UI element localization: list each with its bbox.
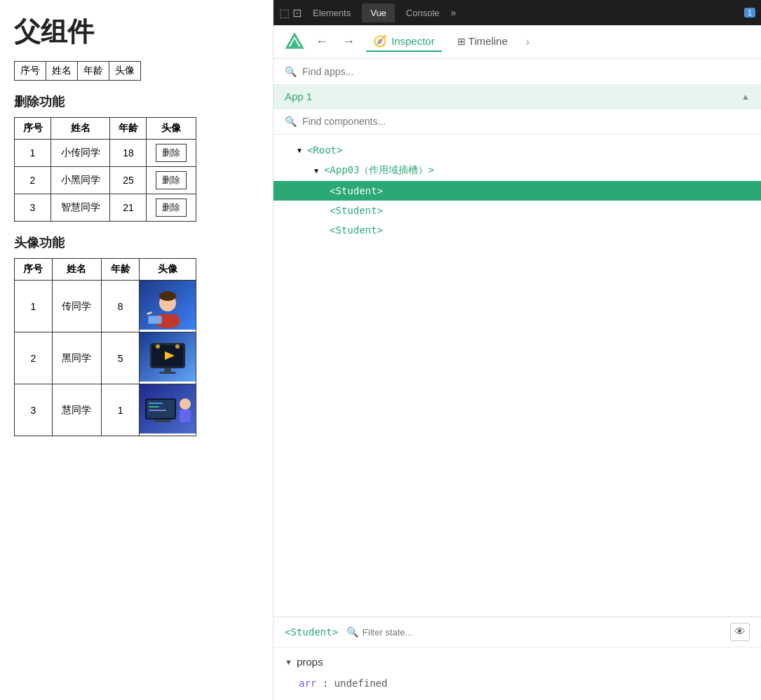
svg-point-25 xyxy=(180,398,191,410)
app-row[interactable]: App 1 ▲ xyxy=(274,85,761,109)
left-panel: 父组件 序号 姓名 年龄 头像 删除功能 序号 姓名 年龄 头像 1 小传同学 … xyxy=(0,0,274,700)
col-header-name: 姓名 xyxy=(46,62,78,80)
avatar-col-name: 姓名 xyxy=(52,259,101,281)
prop-key-arr: arr xyxy=(299,678,316,689)
tree-item-student-1[interactable]: <Student> xyxy=(274,181,761,201)
right-panel: ⬚ ⊡ Elements Vue Console » 1 ← → 🧭 Inspe… xyxy=(274,0,761,700)
tree-item-student-2[interactable]: <Student> xyxy=(274,201,761,220)
cell-action[interactable]: 删除 xyxy=(147,167,196,194)
tab-console[interactable]: Console xyxy=(398,4,448,22)
table-row: 1 小传同学 18 删除 xyxy=(15,140,196,167)
cell-name: 黑同学 xyxy=(52,332,101,384)
cell-name: 慧同学 xyxy=(52,384,101,436)
cell-action[interactable]: 删除 xyxy=(147,194,196,222)
cell-name: 小传同学 xyxy=(51,140,110,167)
timeline-icon: ⊞ xyxy=(457,36,466,47)
vue-header: ← → 🧭 Inspector ⊞ Timeline › xyxy=(274,25,761,59)
tree-item-root[interactable]: ▼ <Root> xyxy=(274,140,761,160)
delete-col-age: 年龄 xyxy=(110,118,147,140)
tab-timeline[interactable]: ⊞ Timeline xyxy=(450,32,515,51)
cell-age: 1 xyxy=(102,384,140,436)
cell-action[interactable]: 删除 xyxy=(147,140,196,167)
bottom-panel: <Student> 🔍 👁 ▼ props arr : undefined xyxy=(274,617,761,700)
root-tag: <Root> xyxy=(307,144,343,156)
avatar-col-avatar: 头像 xyxy=(140,259,196,281)
col-header-avatar: 头像 xyxy=(109,62,140,80)
avatar-col-id: 序号 xyxy=(15,259,53,281)
tab-inspector[interactable]: 🧭 Inspector xyxy=(366,32,442,52)
props-label: props xyxy=(297,656,323,668)
cell-age: 25 xyxy=(110,167,147,194)
timeline-label: Timeline xyxy=(469,35,508,47)
forward-arrow[interactable]: → xyxy=(339,33,358,51)
selected-component-label: <Student> xyxy=(285,626,338,638)
filter-state-bar: 🔍 xyxy=(346,626,722,638)
svg-point-13 xyxy=(156,344,160,349)
delete-button[interactable]: 删除 xyxy=(156,198,187,217)
app-arrow-icon: ▲ xyxy=(741,92,750,102)
tab-vue[interactable]: Vue xyxy=(362,4,395,22)
avatar-col-age: 年龄 xyxy=(102,259,140,281)
cell-age: 8 xyxy=(102,281,140,332)
avatar-table: 序号 姓名 年龄 头像 1 传同学 8 xyxy=(14,258,196,436)
cursor-icon: ⬚ xyxy=(279,6,290,20)
page-title: 父组件 xyxy=(14,14,259,50)
tab-elements[interactable]: Elements xyxy=(304,4,359,22)
cell-avatar xyxy=(140,281,196,332)
svg-rect-22 xyxy=(149,403,163,404)
cell-avatar xyxy=(140,384,196,436)
props-collapse-arrow[interactable]: ▼ xyxy=(285,658,292,666)
cell-id: 2 xyxy=(15,332,53,384)
avatar-section-title: 头像功能 xyxy=(14,234,259,251)
delete-col-avatar: 头像 xyxy=(147,118,196,140)
bottom-header: <Student> 🔍 👁 xyxy=(274,617,761,647)
props-section: ▼ props arr : undefined xyxy=(274,647,761,700)
cell-age: 18 xyxy=(110,140,147,167)
delete-col-name: 姓名 xyxy=(51,118,110,140)
cell-id: 2 xyxy=(15,167,51,194)
app03-tag: <App03（作用域插槽）> xyxy=(324,164,434,177)
vue-inspector-content: ← → 🧭 Inspector ⊞ Timeline › 🔍 App 1 ▲ xyxy=(274,25,761,700)
filter-search-icon: 🔍 xyxy=(346,626,358,638)
tree-item-app03[interactable]: ▼ <App03（作用域插槽）> xyxy=(274,160,761,181)
find-components-input[interactable] xyxy=(302,116,750,127)
back-arrow[interactable]: ← xyxy=(313,33,331,51)
table-row: 2 小黑同学 25 删除 xyxy=(15,167,196,194)
col-header-age: 年龄 xyxy=(78,62,109,80)
find-apps-input[interactable] xyxy=(302,66,750,77)
compass-icon: 🧭 xyxy=(373,34,387,48)
col-header-id: 序号 xyxy=(15,62,46,80)
find-components-search-icon: 🔍 xyxy=(285,116,297,127)
find-apps-bar: 🔍 xyxy=(274,59,761,85)
cell-id: 3 xyxy=(15,384,53,436)
find-apps-search-icon: 🔍 xyxy=(285,66,297,77)
prop-row-arr: arr : undefined xyxy=(285,675,750,692)
svg-rect-17 xyxy=(159,372,176,374)
cell-id: 3 xyxy=(15,194,51,222)
eye-icon[interactable]: 👁 xyxy=(730,623,750,641)
cell-age: 21 xyxy=(110,194,147,222)
root-arrow: ▼ xyxy=(296,147,303,154)
filter-state-input[interactable] xyxy=(363,627,722,638)
tree-item-student-3[interactable]: <Student> xyxy=(274,220,761,240)
delete-button[interactable]: 删除 xyxy=(156,171,187,189)
copy-icon: ⊡ xyxy=(292,6,302,20)
more-icon: » xyxy=(451,7,457,18)
student-2-tag: <Student> xyxy=(330,205,383,216)
prop-colon: : xyxy=(323,678,335,689)
svg-point-5 xyxy=(159,291,176,301)
prop-value-arr: undefined xyxy=(335,678,388,689)
cell-name: 传同学 xyxy=(52,281,101,332)
component-tree: ▼ <Root> ▼ <App03（作用域插槽）> <Student> <Stu… xyxy=(274,135,761,617)
svg-rect-21 xyxy=(147,400,175,418)
delete-button[interactable]: 删除 xyxy=(156,144,187,162)
app-label: App 1 xyxy=(285,90,312,102)
student-3-tag: <Student> xyxy=(330,224,383,236)
svg-rect-26 xyxy=(180,410,191,422)
svg-rect-8 xyxy=(149,316,161,323)
cell-id: 1 xyxy=(15,140,51,167)
props-title: ▼ props xyxy=(285,656,750,668)
app03-arrow: ▼ xyxy=(313,167,320,175)
find-components-bar: 🔍 xyxy=(274,109,761,135)
delete-col-id: 序号 xyxy=(15,118,51,140)
